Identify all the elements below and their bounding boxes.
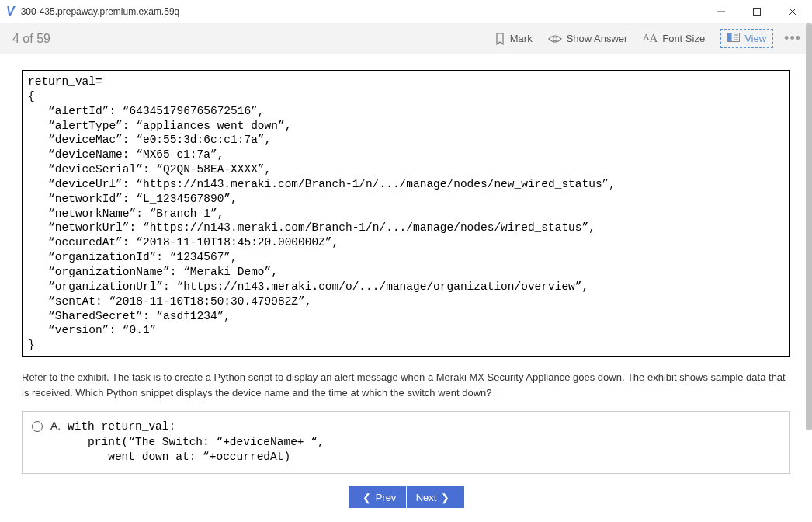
- answer-option-a[interactable]: A. with return_val: print(“The Switch: “…: [22, 411, 790, 474]
- chevron-left-icon: ❮: [363, 492, 371, 503]
- question-text: Refer to the exhibit. The task is to cre…: [22, 370, 790, 400]
- svg-rect-1: [754, 9, 761, 16]
- font-size-button[interactable]: AA Font Size: [643, 32, 705, 45]
- exhibit-code-block: return_val= { “alertId”: “64345179676567…: [22, 70, 790, 357]
- more-options-button[interactable]: •••: [784, 30, 801, 47]
- scrollbar-thumb[interactable]: [806, 23, 812, 430]
- close-button[interactable]: [775, 0, 810, 23]
- prev-button[interactable]: ❮ Prev: [349, 486, 406, 508]
- window-title: 300-435.prepaway.premium.exam.59q: [21, 6, 703, 17]
- prev-label: Prev: [376, 492, 397, 503]
- title-bar: V 300-435.prepaway.premium.exam.59q: [0, 0, 812, 23]
- view-label: View: [744, 33, 766, 44]
- answer-letter: A.: [50, 419, 68, 432]
- font-size-label: Font Size: [662, 33, 705, 44]
- nav-footer: ❮ Prev Next ❯: [0, 486, 812, 508]
- chevron-right-icon: ❯: [441, 492, 449, 503]
- mark-button[interactable]: Mark: [494, 33, 533, 45]
- bookmark-icon: [494, 33, 505, 45]
- show-answer-label: Show Answer: [567, 33, 628, 44]
- svg-rect-5: [728, 33, 732, 42]
- answer-code: with return_val: print(“The Switch: “+de…: [68, 419, 324, 465]
- view-layout-icon: [727, 33, 740, 44]
- radio-icon[interactable]: [32, 421, 43, 432]
- window-controls: [703, 0, 810, 23]
- minimize-button[interactable]: [703, 0, 739, 23]
- app-logo-icon: V: [6, 5, 15, 19]
- show-answer-button[interactable]: Show Answer: [548, 33, 628, 44]
- vertical-scrollbar[interactable]: [806, 23, 812, 486]
- svg-point-4: [553, 37, 557, 40]
- toolbar: 4 of 59 Mark Show Answer AA Font Size Vi…: [0, 23, 812, 54]
- content-area: return_val= { “alertId”: “64345179676567…: [0, 54, 812, 474]
- next-label: Next: [416, 492, 437, 503]
- view-button[interactable]: View: [720, 29, 773, 48]
- eye-icon: [548, 34, 562, 44]
- maximize-button[interactable]: [739, 0, 775, 23]
- font-size-icon: AA: [643, 32, 658, 45]
- mark-label: Mark: [510, 33, 533, 44]
- question-progress: 4 of 59: [12, 32, 487, 46]
- next-button[interactable]: Next ❯: [407, 486, 464, 508]
